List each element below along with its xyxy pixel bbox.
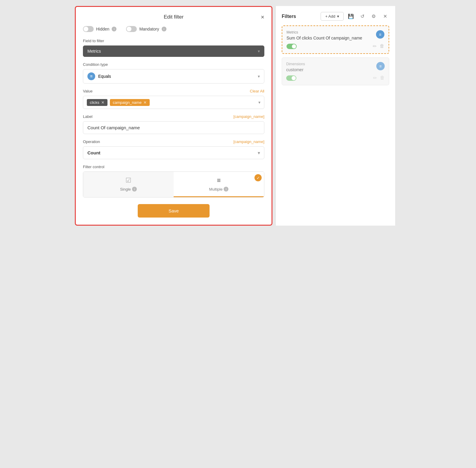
- single-icon: ☑: [125, 177, 131, 184]
- filter-card-dimensions-footer: ✏ 🗑: [286, 75, 385, 81]
- add-filter-button[interactable]: + Add ▾: [321, 12, 344, 21]
- modal-title: Edit filter: [164, 14, 184, 20]
- filter-card-dimensions-badge: =: [376, 62, 385, 70]
- condition-select-left: = Equals: [87, 72, 111, 80]
- dimensions-card-toggle[interactable]: [286, 75, 296, 81]
- multiple-icon: ≡: [217, 177, 221, 184]
- modal-close-button[interactable]: ×: [261, 14, 264, 20]
- filter-card-dimensions-header: Dimensions customer =: [286, 62, 385, 72]
- operation-chevron: ▾: [258, 151, 260, 155]
- filter-card-metrics-header: Metrics Sum Of clicks Count Of campaign_…: [286, 30, 384, 40]
- filter-control-row: ☑ Single i ✓ ≡ Multiple i: [83, 171, 264, 197]
- mandatory-toggle-item: Mandatory i: [126, 26, 166, 32]
- label-section: Label [campaign_name]: [83, 114, 264, 134]
- label-hint: [campaign_name]: [234, 114, 264, 119]
- campaign-name-tag[interactable]: campaign_name ✕: [110, 99, 150, 106]
- filter-card-metrics-info: Metrics Sum Of clicks Count Of campaign_…: [286, 30, 362, 40]
- equals-icon: =: [87, 72, 95, 80]
- condition-value: Equals: [98, 74, 111, 79]
- single-label: Single i: [120, 187, 137, 192]
- add-chevron-icon: ▾: [337, 14, 339, 19]
- filters-header: Filters + Add ▾ 💾 ↺ ⚙ ✕: [282, 12, 389, 21]
- multiple-label: Multiple i: [209, 187, 229, 192]
- mandatory-toggle[interactable]: [126, 26, 137, 32]
- campaign-tag-remove[interactable]: ✕: [143, 100, 147, 105]
- condition-dropdown-chevron: ▾: [258, 74, 260, 79]
- label-section-label-row: Label [campaign_name]: [83, 114, 264, 119]
- value-section: Value Clear All clicks ✕ campaign_name ✕…: [83, 89, 264, 109]
- value-dropdown-chevron: ▾: [258, 100, 260, 105]
- label-input[interactable]: [83, 121, 264, 134]
- multiple-option[interactable]: ✓ ≡ Multiple i: [174, 172, 264, 197]
- filter-control-section: Filter control ☑ Single i ✓ ≡ Multiple i: [83, 165, 264, 197]
- filters-panel: Filters + Add ▾ 💾 ↺ ⚙ ✕ Metrics Sum Of c…: [275, 6, 395, 226]
- metrics-edit-icon[interactable]: ✏: [373, 43, 377, 49]
- condition-type-section: Condition type = Equals ▾: [83, 62, 264, 83]
- value-tags: clicks ✕ campaign_name ✕: [87, 99, 150, 106]
- filters-actions: + Add ▾ 💾 ↺ ⚙ ✕: [321, 12, 389, 21]
- field-to-filter-section: Field to filter Metrics ▾: [83, 39, 264, 57]
- single-option[interactable]: ☑ Single i: [83, 172, 174, 197]
- filter-card-dimensions-info: Dimensions customer: [286, 62, 305, 72]
- clicks-tag-remove[interactable]: ✕: [101, 100, 104, 105]
- toggle-row: Hidden i Mandatory i: [83, 26, 264, 32]
- mandatory-label: Mandatory: [139, 27, 159, 31]
- operation-section: Operation [campaign_name] Count ▾: [83, 139, 264, 159]
- clicks-tag[interactable]: clicks ✕: [87, 99, 107, 106]
- filter-control-label: Filter control: [83, 165, 264, 169]
- filter-card-dimensions-type: Dimensions: [286, 62, 305, 66]
- operation-label-row: Operation [campaign_name]: [83, 139, 264, 144]
- clear-all-button[interactable]: Clear All: [250, 89, 264, 93]
- filters-title: Filters: [282, 14, 296, 19]
- hidden-label: Hidden: [96, 27, 109, 31]
- field-to-filter-label: Field to filter: [83, 39, 264, 43]
- multiple-active-check: ✓: [254, 174, 262, 181]
- modal-header: Edit filter ×: [83, 14, 264, 20]
- operation-dropdown[interactable]: Count ▾: [83, 146, 264, 159]
- hidden-toggle[interactable]: [83, 26, 94, 32]
- filter-card-metrics-value: Sum Of clicks Count Of campaign_name: [286, 36, 362, 40]
- metrics-card-toggle[interactable]: [286, 44, 297, 49]
- filters-close-button[interactable]: ✕: [381, 12, 389, 21]
- metrics-delete-icon[interactable]: 🗑: [380, 43, 384, 49]
- single-info-icon[interactable]: i: [132, 187, 137, 192]
- operation-hint: [campaign_name]: [234, 139, 264, 144]
- edit-filter-modal: Edit filter × Hidden i Mandatory i Field…: [75, 6, 272, 226]
- save-button[interactable]: Save: [138, 204, 210, 218]
- operation-value: Count: [87, 150, 100, 155]
- condition-type-dropdown[interactable]: = Equals ▾: [83, 69, 264, 83]
- dimensions-delete-icon[interactable]: 🗑: [380, 75, 385, 81]
- condition-type-label: Condition type: [83, 62, 264, 67]
- value-label-row: Value Clear All: [83, 89, 264, 93]
- filter-card-metrics-badge: =: [376, 30, 384, 39]
- filter-card-dimensions-value: customer: [286, 67, 305, 72]
- dimensions-edit-icon[interactable]: ✏: [373, 75, 377, 81]
- filter-card-metrics[interactable]: Metrics Sum Of clicks Count Of campaign_…: [282, 25, 389, 54]
- dimensions-card-actions: ✏ 🗑: [373, 75, 385, 81]
- hidden-toggle-item: Hidden i: [83, 26, 116, 32]
- mandatory-info-icon[interactable]: i: [162, 27, 166, 31]
- filter-card-dimensions[interactable]: Dimensions customer = ✏ 🗑: [282, 57, 389, 85]
- refresh-icon[interactable]: ↺: [358, 12, 366, 21]
- hidden-info-icon[interactable]: i: [112, 27, 116, 31]
- filter-card-metrics-type: Metrics: [286, 30, 362, 34]
- filter-card-metrics-footer: ✏ 🗑: [286, 43, 384, 49]
- field-dropdown-chevron: ▾: [258, 49, 260, 54]
- save-icon[interactable]: 💾: [347, 12, 355, 21]
- field-to-filter-dropdown[interactable]: Metrics ▾: [83, 45, 264, 57]
- settings-icon[interactable]: ⚙: [369, 12, 378, 21]
- metrics-card-actions: ✏ 🗑: [373, 43, 384, 49]
- value-field[interactable]: clicks ✕ campaign_name ✕ ▾: [83, 96, 264, 109]
- multiple-info-icon[interactable]: i: [224, 187, 228, 192]
